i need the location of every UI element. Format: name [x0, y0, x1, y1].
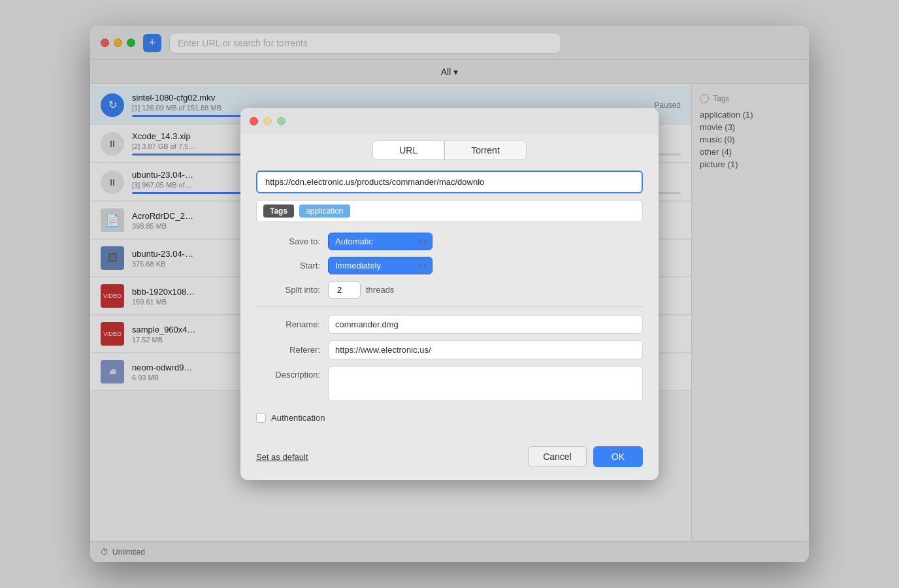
modal-titlebar [240, 108, 659, 134]
referer-input[interactable] [328, 340, 643, 359]
threads-input[interactable] [328, 281, 361, 299]
save-to-row: Save to: Automatic [256, 233, 643, 250]
start-label: Start: [256, 261, 328, 270]
save-to-control: Automatic [328, 233, 643, 250]
referer-label: Referer: [256, 345, 328, 355]
tags-row: Tags application [256, 200, 643, 222]
modal-minimize-button[interactable] [263, 117, 272, 125]
save-to-select[interactable]: Automatic [328, 233, 433, 250]
start-control: Immediately [328, 257, 643, 274]
threads-label: threads [366, 285, 394, 295]
tag-chip-application[interactable]: application [299, 204, 350, 218]
description-label: Description: [256, 366, 328, 380]
modal-maximize-button[interactable] [277, 117, 286, 125]
referer-row: Referer: [256, 340, 643, 359]
app-window: + Enter URL or search for torrents All ▾… [90, 26, 809, 562]
save-to-label: Save to: [256, 237, 328, 246]
rename-row: Rename: [256, 315, 643, 334]
modal-tabs: URL Torrent [240, 134, 659, 160]
split-label: Split into: [256, 285, 328, 295]
modal-backdrop: URL Torrent Tags application Save to: [90, 26, 809, 562]
authentication-row: Authentication [256, 410, 643, 423]
start-row: Start: Immediately [256, 257, 643, 274]
auth-label[interactable]: Authentication [271, 413, 325, 423]
start-select[interactable]: Immediately [328, 257, 433, 274]
modal-footer: Set as default Cancel OK [240, 446, 659, 480]
url-input-row [256, 171, 643, 193]
auth-checkbox[interactable] [256, 413, 266, 423]
footer-buttons: Cancel OK [528, 446, 643, 467]
add-url-dialog: URL Torrent Tags application Save to: [240, 108, 659, 480]
description-row: Description: [256, 366, 643, 404]
modal-body: Tags application Save to: Automatic [240, 160, 659, 446]
start-select-wrapper: Immediately [328, 257, 433, 274]
rename-control [328, 315, 643, 334]
tab-torrent[interactable]: Torrent [444, 140, 527, 160]
set-default-button[interactable]: Set as default [256, 452, 308, 462]
tab-url[interactable]: URL [372, 140, 444, 160]
save-to-select-wrapper: Automatic [328, 233, 433, 250]
description-control [328, 366, 643, 404]
split-control: threads [328, 281, 643, 299]
tags-button[interactable]: Tags [263, 204, 294, 218]
cancel-button[interactable]: Cancel [528, 446, 587, 467]
form-divider [256, 306, 643, 307]
modal-close-button[interactable] [250, 117, 258, 125]
threads-stepper [328, 281, 361, 299]
rename-label: Rename: [256, 319, 328, 329]
url-input-field[interactable] [256, 171, 643, 193]
split-into-row: Split into: threads [256, 281, 643, 299]
ok-button[interactable]: OK [593, 446, 643, 467]
referer-control [328, 340, 643, 359]
description-input[interactable] [328, 366, 643, 401]
rename-input[interactable] [328, 315, 643, 334]
